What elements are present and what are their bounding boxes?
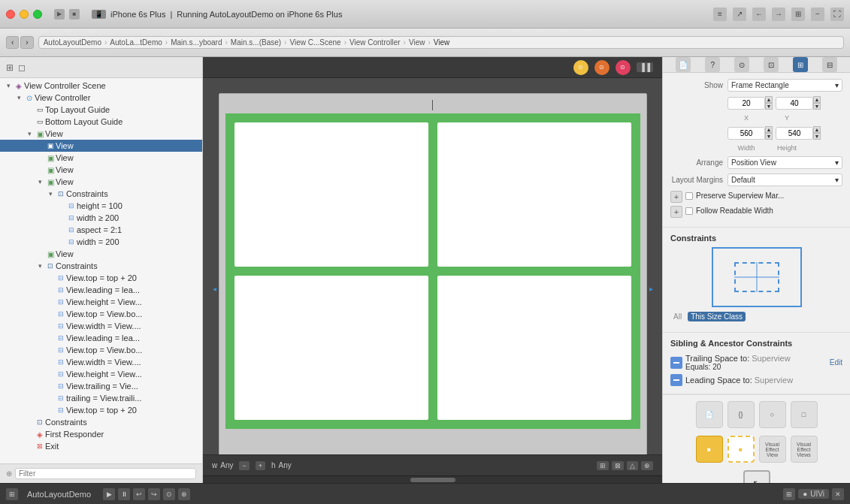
tree-item-d3[interactable]: ⊟ View.height = View... <box>0 296 202 308</box>
connections-inspector-icon[interactable]: ⊟ <box>822 57 837 72</box>
circle-icon[interactable]: ○ <box>759 401 786 428</box>
green-canvas[interactable] <box>225 113 640 429</box>
canvas-box-4[interactable] <box>437 276 631 420</box>
tree-item-c1[interactable]: ⊟ height = 100 <box>0 200 202 212</box>
tree-item-d9[interactable]: ⊟ View.height = View... <box>0 368 202 380</box>
identity-inspector-icon[interactable]: ⊙ <box>734 57 749 72</box>
file-inspector-icon[interactable]: 📄 <box>676 57 691 72</box>
share-icon[interactable]: ↗ <box>733 8 746 21</box>
left-panel-icon1[interactable]: ⊞ <box>6 62 14 73</box>
tree-item-toplayout[interactable]: ▭ Top Layout Guide <box>0 104 202 116</box>
nav-back-button[interactable]: ‹ <box>6 36 19 49</box>
hamburger-icon[interactable]: ≡ <box>713 8 727 21</box>
size-inspector-icon[interactable]: ⊞ <box>793 57 808 72</box>
attributes-inspector-icon[interactable]: ⊡ <box>764 57 779 72</box>
minimize-icon[interactable]: − <box>811 8 824 21</box>
grid-right-icon[interactable]: ⊞ <box>783 488 795 500</box>
bc-mainbase[interactable]: Main.s...(Base) <box>231 38 281 47</box>
margins-dropdown[interactable]: Default ▾ <box>727 174 842 186</box>
tree-item-d4[interactable]: ⊟ View.top = View.bo... <box>0 308 202 320</box>
x-stepper-up[interactable]: ▲ <box>765 96 773 103</box>
tree-item-view3[interactable]: ▣ View <box>0 164 202 176</box>
tree-item-scene[interactable]: ◈ View Controller Scene <box>0 80 202 92</box>
tree-item-view-selected[interactable]: ▣ View <box>0 140 202 152</box>
orange-circle-icon[interactable]: ⊙ <box>594 60 610 75</box>
tree-item-view5[interactable]: ▣ View <box>0 248 202 260</box>
back-icon[interactable]: ← <box>752 8 766 21</box>
resize-btn[interactable]: ⊕ <box>641 461 653 470</box>
visual-effect-views-icon[interactable]: Visual Effect Views <box>791 436 818 463</box>
tab-this-size-class[interactable]: This Size Class <box>688 312 746 321</box>
constraint-btn[interactable]: △ <box>627 461 638 470</box>
plus-button2[interactable]: + <box>670 206 682 218</box>
curly-braces-icon[interactable]: {} <box>727 401 755 428</box>
tab-all[interactable]: All <box>670 312 685 321</box>
yellow-circle-icon[interactable]: ⊙ <box>573 60 588 75</box>
maximize-button[interactable] <box>33 10 42 19</box>
minimize-button[interactable] <box>20 10 29 19</box>
h-stepper-up[interactable]: ▲ <box>813 126 821 133</box>
canvas-box-1[interactable] <box>234 122 428 267</box>
tree-item-first-responder[interactable]: ◈ First Responder <box>0 428 202 440</box>
tree-item-c4[interactable]: ⊟ width = 200 <box>0 236 202 248</box>
size-minus-btn[interactable]: − <box>239 461 249 470</box>
canvas-box-2[interactable] <box>437 122 631 267</box>
bc-view[interactable]: View <box>409 38 425 47</box>
canvas-scroll[interactable]: ◂ ▸ <box>203 78 662 454</box>
tree-item-constraints2[interactable]: ⊡ Constraints <box>0 260 202 272</box>
left-panel-icon2[interactable]: ◻ <box>18 62 26 73</box>
forward-icon[interactable]: → <box>772 8 785 21</box>
grid-btn[interactable]: ⊞ <box>597 461 609 470</box>
preserve-checkbox[interactable] <box>685 192 693 200</box>
bc-autolayoutdemo[interactable]: AutoLayoutDemo <box>44 38 101 47</box>
tree-item-d5[interactable]: ⊟ View.width = View.... <box>0 320 202 332</box>
w-stepper-up[interactable]: ▲ <box>765 126 773 133</box>
close-button[interactable] <box>6 10 15 19</box>
constraints2-arrow[interactable] <box>35 261 45 271</box>
tree-item-bottomlayout[interactable]: ▭ Bottom Layout Guide <box>0 116 202 128</box>
canvas-box-3[interactable] <box>234 276 428 420</box>
width-field[interactable] <box>727 127 765 140</box>
canvas-scrollbar[interactable] <box>203 475 662 483</box>
close-right-icon[interactable]: ✕ <box>832 488 844 500</box>
bc-autola[interactable]: AutoLa...tDemo <box>110 38 162 47</box>
edit-button[interactable]: Edit <box>830 358 842 367</box>
view-parent-arrow[interactable] <box>24 128 35 139</box>
tree-item-c3[interactable]: ⊟ aspect = 2:1 <box>0 224 202 236</box>
cursor-icon[interactable]: ↖ <box>743 470 770 483</box>
size-plus-btn[interactable]: + <box>256 461 265 470</box>
tree-item-d6[interactable]: ⊟ View.leading = lea... <box>0 332 202 344</box>
bc-view-active[interactable]: View <box>434 38 450 47</box>
follow-checkbox[interactable] <box>685 207 693 215</box>
bc-viewcontroller[interactable]: View Controller <box>349 38 401 47</box>
height-field[interactable] <box>776 127 813 140</box>
fullscreen-icon[interactable]: ⛶ <box>830 8 844 21</box>
scrollbar-thumb[interactable] <box>410 478 455 482</box>
tree-item-d1[interactable]: ⊟ View.top = top + 20 <box>0 272 202 284</box>
x-stepper-down[interactable]: ▼ <box>765 103 773 110</box>
bb-icon3[interactable]: ↩ <box>133 488 145 500</box>
bc-vcscene[interactable]: View C...Scene <box>289 38 340 47</box>
visual-effect-view-icon[interactable]: Visual Effect View <box>759 436 786 463</box>
tree-item-vc[interactable]: ⊙ View Controller <box>0 92 202 104</box>
stop-button[interactable]: ■ <box>69 9 80 20</box>
play-button[interactable]: ▶ <box>54 9 65 20</box>
align-btn[interactable]: ⊠ <box>612 461 624 470</box>
tree-item-view4[interactable]: ▣ View <box>0 176 202 188</box>
pane-icon[interactable]: ⊞ <box>791 8 805 21</box>
tree-item-d10[interactable]: ⊟ View.trailing = Vie... <box>0 380 202 392</box>
w-stepper-down[interactable]: ▼ <box>765 133 773 140</box>
pink-circle-icon[interactable]: ⊙ <box>616 60 631 75</box>
view-outline-icon[interactable]: ■ <box>727 436 755 463</box>
nav-forward-button[interactable]: › <box>20 36 33 49</box>
tree-item-d12[interactable]: ⊟ View.top = top + 20 <box>0 404 202 416</box>
tree-item-d7[interactable]: ⊟ View.top = View.bo... <box>0 344 202 356</box>
x-field[interactable] <box>727 97 765 110</box>
bb-icon6[interactable]: ⊕ <box>178 488 190 500</box>
filter-input[interactable] <box>15 468 196 479</box>
bb-icon4[interactable]: ↪ <box>148 488 160 500</box>
tree-item-d8[interactable]: ⊟ View.width = View.... <box>0 356 202 368</box>
tree-item-view-parent[interactable]: ▣ View <box>0 128 202 140</box>
view4-arrow[interactable] <box>35 177 45 187</box>
y-stepper-up[interactable]: ▲ <box>813 96 821 103</box>
